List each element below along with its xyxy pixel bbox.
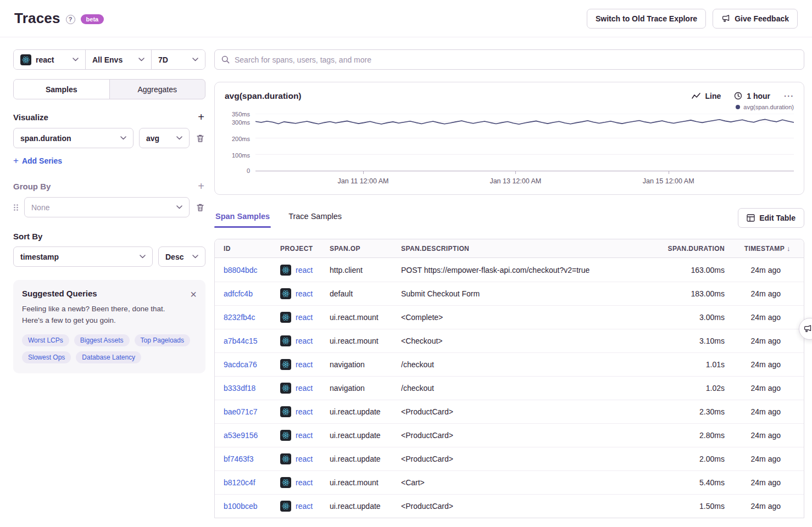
project-link[interactable]: react bbox=[296, 478, 313, 487]
span-id-link[interactable]: a7b44c15 bbox=[224, 337, 258, 345]
suggested-query-pill[interactable]: Slowest Ops bbox=[22, 351, 71, 363]
span-id-link[interactable]: b8120c4f bbox=[224, 478, 255, 487]
table-row: b8804bdcreacthttp.clientPOST https://emp… bbox=[215, 258, 804, 282]
chart-interval-select[interactable]: 1 hour bbox=[734, 92, 770, 100]
sort-direction-select[interactable]: Desc bbox=[158, 246, 205, 267]
add-series-button[interactable]: + Add Series bbox=[13, 155, 62, 166]
timestamp-link[interactable]: 24m ago bbox=[751, 337, 781, 345]
y-tick: 300ms bbox=[232, 119, 250, 126]
project-link[interactable]: react bbox=[296, 455, 313, 463]
line-chart-icon bbox=[692, 93, 700, 99]
react-project-icon bbox=[280, 312, 291, 323]
span-id-link[interactable]: bf7463f3 bbox=[224, 455, 254, 463]
column-header-span-description[interactable]: SPAN.DESCRIPTION bbox=[401, 245, 631, 253]
span-id-link[interactable]: b333df18 bbox=[224, 384, 255, 393]
delete-group-by-button[interactable] bbox=[195, 202, 205, 213]
react-project-icon bbox=[280, 477, 291, 488]
suggested-queries-body: Feeling like a newb? Been there, done th… bbox=[22, 304, 181, 327]
legend-dot bbox=[736, 105, 740, 109]
group-by-select[interactable]: None bbox=[24, 197, 190, 217]
suggested-query-pill[interactable]: Database Latency bbox=[76, 351, 141, 363]
delete-series-button[interactable] bbox=[195, 133, 205, 144]
chart-type-label: Line bbox=[705, 92, 721, 100]
column-header-project[interactable]: PROJECT bbox=[280, 245, 330, 253]
column-header-span-duration[interactable]: SPAN.DURATION bbox=[631, 245, 725, 253]
project-link[interactable]: react bbox=[296, 289, 313, 298]
table-row: bf7463f3reactui.react.update<ProductCard… bbox=[215, 447, 804, 470]
span-id-link[interactable]: 8232fb4c bbox=[224, 313, 255, 322]
mode-tabs: Samples Aggregates bbox=[13, 79, 205, 99]
x-tick: Jan 13 12:00 AM bbox=[490, 177, 541, 185]
project-link[interactable]: react bbox=[296, 502, 313, 511]
visualize-field-select[interactable]: span.duration bbox=[13, 128, 134, 148]
close-icon[interactable]: × bbox=[190, 289, 197, 300]
project-link[interactable]: react bbox=[296, 384, 313, 393]
date-range-selector[interactable]: 7D bbox=[152, 50, 205, 69]
timestamp-link[interactable]: 24m ago bbox=[751, 289, 781, 298]
project-link[interactable]: react bbox=[296, 337, 313, 345]
span-duration-cell: 2.00ms bbox=[631, 455, 725, 463]
sort-direction-value: Desc bbox=[165, 253, 183, 261]
project-selector-label: react bbox=[36, 55, 54, 64]
span-id-link[interactable]: b100bceb bbox=[224, 502, 258, 511]
environment-selector[interactable]: All Envs bbox=[86, 50, 152, 69]
suggested-query-pill[interactable]: Worst LCPs bbox=[22, 334, 69, 346]
drag-handle-icon[interactable] bbox=[13, 204, 19, 211]
span-id-link[interactable]: 9acdca76 bbox=[224, 360, 257, 369]
tab-trace-samples[interactable]: Trace Samples bbox=[287, 209, 343, 228]
column-header-id[interactable]: ID bbox=[224, 245, 280, 253]
x-tick: Jan 15 12:00 AM bbox=[643, 177, 694, 185]
span-description-cell: <ProductCard> bbox=[401, 407, 631, 416]
timestamp-link[interactable]: 24m ago bbox=[751, 384, 781, 393]
timestamp-link[interactable]: 24m ago bbox=[751, 360, 781, 369]
table-row: a7b44c15reactui.react.mount<Checkout>3.1… bbox=[215, 329, 804, 352]
span-description-cell: <ProductCard> bbox=[401, 502, 631, 511]
chart-plot-area[interactable] bbox=[255, 114, 794, 171]
give-feedback-button[interactable]: Give Feedback bbox=[713, 9, 798, 29]
span-id-link[interactable]: b8804bdc bbox=[224, 266, 258, 274]
span-duration-cell: 1.50ms bbox=[631, 502, 725, 511]
project-link[interactable]: react bbox=[296, 431, 313, 440]
chart-type-toggle[interactable]: Line bbox=[692, 92, 721, 100]
tab-span-samples[interactable]: Span Samples bbox=[214, 209, 271, 228]
overflow-menu-icon[interactable]: ⋯ bbox=[783, 91, 794, 101]
timestamp-link[interactable]: 24m ago bbox=[751, 313, 781, 322]
help-icon[interactable]: ? bbox=[66, 15, 75, 24]
add-visualize-icon[interactable]: + bbox=[198, 111, 204, 122]
timestamp-link[interactable]: 24m ago bbox=[751, 478, 781, 487]
edit-table-button[interactable]: Edit Table bbox=[738, 208, 804, 228]
timestamp-link[interactable]: 24m ago bbox=[751, 502, 781, 511]
project-link[interactable]: react bbox=[296, 266, 313, 274]
timestamp-link[interactable]: 24m ago bbox=[751, 431, 781, 440]
search-input[interactable] bbox=[235, 55, 797, 64]
span-search-bar bbox=[214, 49, 804, 70]
span-duration-cell: 183.00ms bbox=[631, 289, 725, 298]
project-link[interactable]: react bbox=[296, 407, 313, 416]
tab-samples[interactable]: Samples bbox=[14, 80, 109, 99]
sort-field-select[interactable]: timestamp bbox=[13, 246, 153, 267]
suggested-query-pill[interactable]: Top Pageloads bbox=[135, 334, 190, 346]
suggested-query-pill[interactable]: Biggest Assets bbox=[74, 334, 130, 346]
add-group-by-icon[interactable]: + bbox=[198, 181, 204, 192]
react-project-icon bbox=[280, 335, 291, 346]
timestamp-link[interactable]: 24m ago bbox=[751, 266, 781, 274]
span-description-cell: /checkout bbox=[401, 360, 631, 369]
timestamp-link[interactable]: 24m ago bbox=[751, 455, 781, 463]
tab-aggregates[interactable]: Aggregates bbox=[109, 80, 205, 99]
column-header-timestamp[interactable]: TIMESTAMP ↓ bbox=[725, 244, 795, 253]
chevron-down-icon bbox=[140, 255, 146, 259]
visualize-aggregate-select[interactable]: avg bbox=[139, 128, 190, 148]
span-id-link[interactable]: adfcfc4b bbox=[224, 289, 253, 298]
react-project-icon bbox=[280, 501, 291, 512]
clock-icon bbox=[734, 92, 742, 100]
date-range-label: 7D bbox=[158, 55, 168, 64]
span-id-link[interactable]: bae071c7 bbox=[224, 407, 258, 416]
visualize-label: Visualize bbox=[13, 113, 48, 122]
timestamp-link[interactable]: 24m ago bbox=[751, 407, 781, 416]
span-id-link[interactable]: a53e9156 bbox=[224, 431, 258, 440]
project-selector[interactable]: react bbox=[14, 50, 86, 69]
switch-old-trace-explore-button[interactable]: Switch to Old Trace Explore bbox=[587, 9, 706, 29]
project-link[interactable]: react bbox=[296, 313, 313, 322]
column-header-span-op[interactable]: SPAN.OP bbox=[330, 245, 401, 253]
project-link[interactable]: react bbox=[296, 360, 313, 369]
